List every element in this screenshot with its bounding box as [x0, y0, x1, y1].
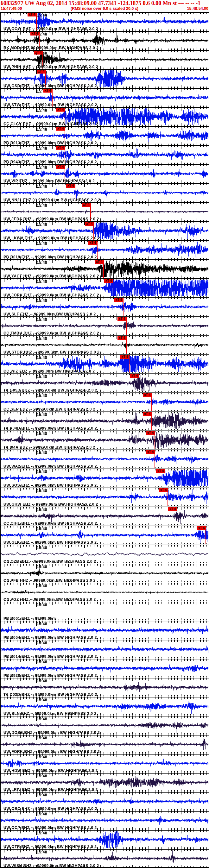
- pick-flag[interactable]: xT 4: [117, 317, 126, 321]
- minute-tick-label: 15:48: [37, 584, 47, 588]
- trace-row: 15:48 UW WISH BHZ -- 99999.0km BW HIGHPA…: [1, 849, 209, 868]
- trace-row: 15:48 UW FORK BHZ -- 99999.0km BW HIGHPA…: [1, 735, 209, 754]
- trace-row: 15:48 UW OTR EHZ -- 99999.0km BW HIGHPAS…: [1, 830, 209, 849]
- trace-label: PB B943 EHZ -- 99999.0km BW HIGHPASS 2.0…: [3, 160, 97, 164]
- minute-tick-label: 15:48: [37, 108, 47, 113]
- minute-tick-label: 15:48: [37, 127, 47, 131]
- scale-note: (RMS noise over 6.0 s scaled 20.0 x): [0, 6, 209, 11]
- pick-flag[interactable]: xT 4: [143, 412, 152, 416]
- trace-label: UW OBC EHZ -- 99999.0km BW HIGHPASS 2.0 …: [3, 806, 97, 811]
- trace-row: 15:48 xT 4 UW YACT HHZ -- 99999.0km BW H…: [1, 259, 209, 278]
- trace-row: 15:48 xT 4 CC CLCV EHZ -- 99999.0km BW H…: [1, 107, 209, 126]
- minute-tick-label: 15:48: [37, 507, 47, 512]
- minute-tick-label: 15:48: [37, 146, 47, 151]
- trace-row: 15:48 xT 4 UW OSD EHZ -- 99999.0km BW HI…: [1, 69, 209, 88]
- pick-flag[interactable]: xT 4: [114, 298, 123, 302]
- pick-flag[interactable]: xT 4: [146, 450, 155, 454]
- minute-tick-label: 15:48: [37, 260, 47, 265]
- trace-label: PB B928 EHZ -- 99999.0km BW HIGHPASS 2.0…: [3, 673, 97, 678]
- pick-flag[interactable]: xT 4: [28, 13, 36, 17]
- trace-label: UW SOS EHZ -- 99999.0km BW HIGHPASS 2.0 …: [3, 483, 97, 488]
- pick-flag[interactable]: xT 4: [146, 431, 155, 435]
- trace-label: UW JEDS BHZ -- 99999.0km BW HIGHPASS 2.0…: [3, 217, 99, 221]
- trace-row: 15:48 xT 4 UW NN21 EHZ 01 99999.0km BW H…: [1, 183, 209, 202]
- event-title: 60832977 UW Aug 02, 2014 15:48:09.00 47.…: [0, 0, 209, 6]
- minute-tick-label: 15:48: [37, 774, 47, 778]
- trace-row: 15:48 CN VGZ HHZ -- 99999.0km BW HIGHPAS…: [1, 583, 209, 602]
- trace-row: 15:48 xT 4 UW GLK EHZ -- 99999.0km BW HI…: [1, 526, 209, 545]
- pick-flag[interactable]: xT 4: [143, 393, 152, 397]
- minute-tick-label: 15:48: [37, 184, 47, 189]
- pick-flag[interactable]: xT 4: [37, 70, 45, 73]
- trace-row: 15:48 PB B014 EHZ -- 99999.0km BW HIGHPA…: [1, 640, 209, 659]
- minute-tick-label: 15:48: [37, 394, 47, 398]
- pick-flag[interactable]: xT 4: [34, 51, 43, 55]
- pick-flag[interactable]: xT 4: [66, 184, 75, 188]
- pick-flag[interactable]: xT 4: [104, 279, 113, 283]
- minute-tick-label: 15:48: [37, 431, 47, 436]
- trace-row: 15:48 xT 4 UW SOS EHZ -- 99999.0km BW HI…: [1, 469, 209, 488]
- trace-label: CC SEP EHZ -- 99999.0km BW HIGHPASS 2.0 …: [3, 407, 95, 411]
- pick-flag[interactable]: xT 4: [56, 165, 65, 169]
- pick-flag[interactable]: xT 4: [156, 469, 165, 473]
- minute-tick-label: 15:48: [37, 469, 47, 474]
- trace-row: 15:48 xT 4 CC TMBU BHZ -- 99999.0km BW H…: [1, 316, 209, 335]
- trace-label: PB B004 EHZ -- 99999.0km BW HIGHPASS 2.0…: [3, 635, 97, 640]
- trace-row: 15:48 UW OBC EHZ -- 99999.0km BW HIGHPAS…: [1, 792, 209, 811]
- trace-label: TA G05D BHZ -- 99999.0km BW HIGHPASS 2.0…: [3, 388, 97, 393]
- trace-label: UW OCP EHZ -- 99999.0km BW HIGHPASS 2.0 …: [3, 826, 97, 830]
- trace-label: PB B001 EHZ -- 99999.0km: [3, 616, 56, 621]
- trace-row: 15:48 TA D03D BHZ -- 99999.0km BW HIGHPA…: [1, 678, 209, 697]
- trace-row: 15:48 xT 4 TA I04A BHZ -- 99999.0km BW H…: [1, 431, 209, 450]
- minute-tick-label: 15:48: [37, 279, 47, 284]
- trace-row: 15:48 xT 4 CC SEP EHZ -- 99999.0km BW HI…: [1, 393, 209, 411]
- pick-flag[interactable]: xT 4: [56, 146, 65, 150]
- trace-row: 15:48 xT 4 PB B013 EHZ -- 99999.0km BW H…: [1, 126, 209, 145]
- trace-label: PB B013 EHZ -- 99999.0km BW HIGHPASS 2.0…: [3, 141, 97, 145]
- pick-flag[interactable]: xT 4: [130, 374, 139, 378]
- pick-flag[interactable]: xT 4: [117, 336, 126, 340]
- trace-row: 15:48 xT 4 UW SLF EHZ -- 99999.0km BW HI…: [1, 298, 209, 316]
- trace-row: 15:48 xT 4 CC WIZ EHZ -- 99999.0km BW HI…: [1, 354, 209, 373]
- trace-label: UW GLK EHZ -- 99999.0km BW HIGHPASS 2.0 …: [3, 540, 97, 545]
- trace-label: UW FORK BHZ -- 99999.0km BW HIGHPASS 2.0…: [3, 749, 100, 754]
- trace-row: 15:48 CN PFB HHZ -- 99999.0km BW HIGHPAS…: [1, 564, 209, 583]
- trace-row: 15:48 xT 4 UW STOR HHZ -- 99999.0km BW H…: [1, 335, 209, 354]
- minute-tick-label: 15:48: [37, 451, 47, 455]
- minute-tick-label: 15:48: [37, 412, 47, 417]
- pick-flag[interactable]: xT 4: [82, 203, 91, 207]
- trace-row: 15:48 xT 4 BK MOD HHZ 00 99999.0km BW HI…: [1, 31, 209, 50]
- trace-row: 15:48 xT 4 UW VIP EHZ -- 99999.0km BW HI…: [1, 164, 209, 183]
- pick-flag[interactable]: xT 4: [56, 127, 65, 131]
- trace-label: UW OOW EHZ -- 99999.0km BW HIGHPASS 2.0 …: [3, 27, 98, 31]
- minute-tick-label: 15:48: [37, 336, 47, 341]
- trace-row: 15:48 xT 4 UW OOW EHZ -- 99999.0km BW HI…: [1, 12, 209, 31]
- pick-flag[interactable]: xT 4: [95, 260, 104, 264]
- trace-label: BK MOD HHZ 00 99999.0km BW HIGHPASS 2.0 …: [3, 45, 99, 50]
- seismogram-review-window: 60832977 UW Aug 02, 2014 15:48:09.00 47.…: [0, 0, 209, 868]
- minute-tick-label: 15:48: [37, 355, 47, 360]
- pick-flag[interactable]: xT 4: [56, 108, 65, 112]
- pick-flag[interactable]: xT 4: [159, 488, 168, 492]
- trace-row: 15:48 xT 4 UW STW EHZ -- 99999.0km BW HI…: [1, 88, 209, 107]
- trace-label: UW NN21 EHZ 01 99999.0km BW HIGHPASS 2.0…: [3, 198, 100, 202]
- trace-label: CN OZB BHZ -- 99999.0km BW HIGHPASS 2.0 …: [3, 559, 96, 564]
- trace-row: 15:48 xT 4 UW JEDS BHZ -- 99999.0km BW H…: [1, 202, 209, 221]
- trace-label: CN PFB HHZ -- 99999.0km BW HIGHPASS 2.0 …: [3, 578, 96, 583]
- minute-tick-label: 15:48: [37, 222, 47, 227]
- trace-row: 15:48 xT 4 UW LKWV EHZ -- 99999.0km BW H…: [1, 221, 209, 240]
- trace-row: 15:48 xT 4 TA A04D BHZ -- 99999.0km BW H…: [1, 411, 209, 431]
- pick-flag[interactable]: xT 4: [120, 355, 129, 359]
- pick-flag[interactable]: xT 4: [168, 507, 177, 511]
- pick-flag[interactable]: xT 4: [89, 241, 97, 245]
- minute-tick-label: 15:48: [37, 165, 47, 169]
- pick-flag[interactable]: xT 4: [197, 526, 206, 530]
- trace-label: CC CLCV EHZ -- 99999.0km BW HIGHPASS 2.0…: [3, 122, 99, 126]
- trace-row: 15:48 CN OZB BHZ -- 99999.0km BW HIGHPAS…: [1, 545, 209, 564]
- trace-label: UW LKWV EHZ -- 99999.0km BW HIGHPASS 2.0…: [3, 236, 100, 240]
- minute-tick-label: 15:48: [37, 13, 47, 18]
- pick-flag[interactable]: xT 4: [43, 89, 52, 93]
- pick-flag[interactable]: xT 4: [85, 222, 94, 226]
- pick-flag[interactable]: xT 4: [30, 32, 39, 35]
- trace-label: UW WISH BHZ -- 99999.0km BW HIGHPASS 2.0…: [3, 864, 99, 868]
